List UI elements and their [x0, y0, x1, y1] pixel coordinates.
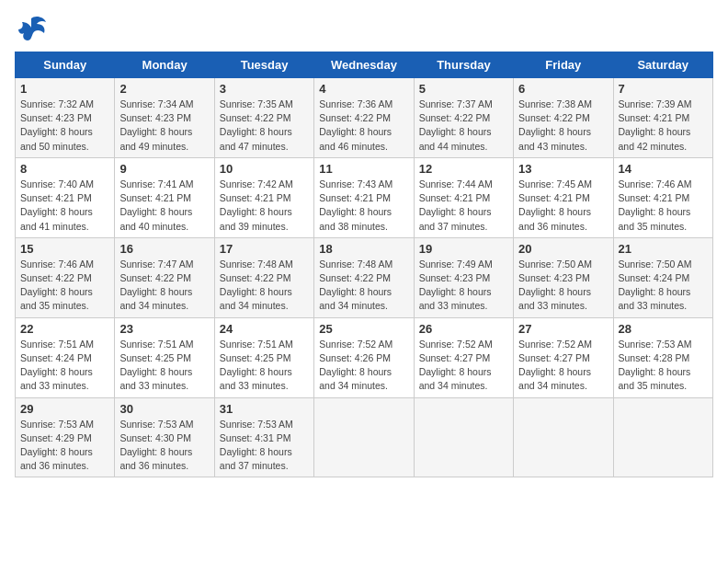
- day-info: Sunrise: 7:51 AM Sunset: 4:24 PM Dayligh…: [20, 338, 109, 394]
- day-number: 21: [619, 242, 708, 256]
- weekday-header: Friday: [514, 52, 613, 78]
- header-row: SundayMondayTuesdayWednesdayThursdayFrid…: [16, 52, 713, 78]
- weekday-header: Thursday: [414, 52, 513, 78]
- day-info: Sunrise: 7:51 AM Sunset: 4:25 PM Dayligh…: [119, 338, 209, 394]
- day-info: Sunrise: 7:51 AM Sunset: 4:25 PM Dayligh…: [220, 338, 309, 394]
- calendar-day-cell: 1Sunrise: 7:32 AM Sunset: 4:23 PM Daylig…: [16, 78, 115, 158]
- day-info: Sunrise: 7:36 AM Sunset: 4:22 PM Dayligh…: [319, 98, 408, 154]
- calendar-day-cell: 31Sunrise: 7:53 AM Sunset: 4:31 PM Dayli…: [214, 397, 313, 477]
- calendar-day-cell: 16Sunrise: 7:47 AM Sunset: 4:22 PM Dayli…: [115, 237, 214, 317]
- day-info: Sunrise: 7:32 AM Sunset: 4:23 PM Dayligh…: [20, 98, 109, 154]
- day-number: 8: [20, 162, 109, 176]
- calendar-week-row: 22Sunrise: 7:51 AM Sunset: 4:24 PM Dayli…: [16, 317, 713, 397]
- day-number: 3: [220, 82, 309, 96]
- day-info: Sunrise: 7:38 AM Sunset: 4:22 PM Dayligh…: [518, 98, 608, 154]
- logo: [15, 15, 51, 42]
- calendar-week-row: 1Sunrise: 7:32 AM Sunset: 4:23 PM Daylig…: [16, 78, 713, 158]
- day-number: 24: [220, 322, 309, 336]
- calendar-week-row: 15Sunrise: 7:46 AM Sunset: 4:22 PM Dayli…: [16, 237, 713, 317]
- calendar-day-cell: 13Sunrise: 7:45 AM Sunset: 4:21 PM Dayli…: [514, 157, 613, 237]
- day-info: Sunrise: 7:43 AM Sunset: 4:21 PM Dayligh…: [319, 178, 408, 234]
- calendar-day-cell: 30Sunrise: 7:53 AM Sunset: 4:30 PM Dayli…: [115, 397, 214, 477]
- day-info: Sunrise: 7:46 AM Sunset: 4:21 PM Dayligh…: [619, 178, 708, 234]
- day-info: Sunrise: 7:39 AM Sunset: 4:21 PM Dayligh…: [619, 98, 708, 154]
- calendar-table: SundayMondayTuesdayWednesdayThursdayFrid…: [15, 52, 713, 477]
- day-number: 13: [518, 162, 608, 176]
- day-number: 14: [619, 162, 708, 176]
- day-number: 18: [319, 242, 408, 256]
- day-number: 30: [119, 402, 209, 416]
- day-info: Sunrise: 7:40 AM Sunset: 4:21 PM Dayligh…: [20, 178, 109, 234]
- calendar-day-cell: 5Sunrise: 7:37 AM Sunset: 4:22 PM Daylig…: [414, 78, 513, 158]
- day-info: Sunrise: 7:42 AM Sunset: 4:21 PM Dayligh…: [220, 178, 309, 234]
- day-number: 31: [220, 402, 309, 416]
- day-number: 27: [518, 322, 608, 336]
- calendar-day-cell: [514, 397, 613, 477]
- calendar-day-cell: 7Sunrise: 7:39 AM Sunset: 4:21 PM Daylig…: [613, 78, 712, 158]
- day-info: Sunrise: 7:53 AM Sunset: 4:29 PM Dayligh…: [20, 418, 109, 474]
- day-info: Sunrise: 7:52 AM Sunset: 4:26 PM Dayligh…: [319, 338, 408, 394]
- day-info: Sunrise: 7:52 AM Sunset: 4:27 PM Dayligh…: [419, 338, 508, 394]
- calendar-day-cell: 2Sunrise: 7:34 AM Sunset: 4:23 PM Daylig…: [115, 78, 214, 158]
- calendar-day-cell: 28Sunrise: 7:53 AM Sunset: 4:28 PM Dayli…: [613, 317, 712, 397]
- day-info: Sunrise: 7:52 AM Sunset: 4:27 PM Dayligh…: [518, 338, 608, 394]
- day-info: Sunrise: 7:53 AM Sunset: 4:31 PM Dayligh…: [220, 418, 309, 474]
- day-info: Sunrise: 7:47 AM Sunset: 4:22 PM Dayligh…: [119, 258, 209, 314]
- day-number: 23: [119, 322, 209, 336]
- weekday-header: Tuesday: [214, 52, 313, 78]
- calendar-day-cell: 11Sunrise: 7:43 AM Sunset: 4:21 PM Dayli…: [314, 157, 414, 237]
- calendar-week-row: 29Sunrise: 7:53 AM Sunset: 4:29 PM Dayli…: [16, 397, 713, 477]
- calendar-day-cell: [314, 397, 414, 477]
- calendar-day-cell: 10Sunrise: 7:42 AM Sunset: 4:21 PM Dayli…: [214, 157, 313, 237]
- calendar-day-cell: 24Sunrise: 7:51 AM Sunset: 4:25 PM Dayli…: [214, 317, 313, 397]
- day-info: Sunrise: 7:34 AM Sunset: 4:23 PM Dayligh…: [119, 98, 209, 154]
- day-number: 12: [419, 162, 508, 176]
- day-info: Sunrise: 7:53 AM Sunset: 4:28 PM Dayligh…: [619, 338, 708, 394]
- day-number: 20: [518, 242, 608, 256]
- day-number: 28: [619, 322, 708, 336]
- day-number: 29: [20, 402, 109, 416]
- day-info: Sunrise: 7:50 AM Sunset: 4:24 PM Dayligh…: [619, 258, 708, 314]
- day-info: Sunrise: 7:37 AM Sunset: 4:22 PM Dayligh…: [419, 98, 508, 154]
- day-info: Sunrise: 7:45 AM Sunset: 4:21 PM Dayligh…: [518, 178, 608, 234]
- day-info: Sunrise: 7:48 AM Sunset: 4:22 PM Dayligh…: [319, 258, 408, 314]
- calendar-week-row: 8Sunrise: 7:40 AM Sunset: 4:21 PM Daylig…: [16, 157, 713, 237]
- calendar-day-cell: 22Sunrise: 7:51 AM Sunset: 4:24 PM Dayli…: [16, 317, 115, 397]
- day-info: Sunrise: 7:49 AM Sunset: 4:23 PM Dayligh…: [419, 258, 508, 314]
- day-info: Sunrise: 7:41 AM Sunset: 4:21 PM Dayligh…: [119, 178, 209, 234]
- calendar-day-cell: 29Sunrise: 7:53 AM Sunset: 4:29 PM Dayli…: [16, 397, 115, 477]
- calendar-day-cell: 19Sunrise: 7:49 AM Sunset: 4:23 PM Dayli…: [414, 237, 513, 317]
- calendar-day-cell: 14Sunrise: 7:46 AM Sunset: 4:21 PM Dayli…: [613, 157, 712, 237]
- calendar-day-cell: 25Sunrise: 7:52 AM Sunset: 4:26 PM Dayli…: [314, 317, 414, 397]
- day-number: 16: [119, 242, 209, 256]
- day-number: 6: [518, 82, 608, 96]
- day-info: Sunrise: 7:35 AM Sunset: 4:22 PM Dayligh…: [220, 98, 309, 154]
- calendar-day-cell: 12Sunrise: 7:44 AM Sunset: 4:21 PM Dayli…: [414, 157, 513, 237]
- calendar-day-cell: 20Sunrise: 7:50 AM Sunset: 4:23 PM Dayli…: [514, 237, 613, 317]
- day-info: Sunrise: 7:50 AM Sunset: 4:23 PM Dayligh…: [518, 258, 608, 314]
- calendar-day-cell: 23Sunrise: 7:51 AM Sunset: 4:25 PM Dayli…: [115, 317, 214, 397]
- calendar-body: 1Sunrise: 7:32 AM Sunset: 4:23 PM Daylig…: [16, 78, 713, 477]
- day-number: 7: [619, 82, 708, 96]
- day-number: 25: [319, 322, 408, 336]
- day-number: 2: [119, 82, 209, 96]
- day-number: 4: [319, 82, 408, 96]
- calendar-day-cell: 9Sunrise: 7:41 AM Sunset: 4:21 PM Daylig…: [115, 157, 214, 237]
- page-header: [15, 15, 713, 42]
- calendar-day-cell: 15Sunrise: 7:46 AM Sunset: 4:22 PM Dayli…: [16, 237, 115, 317]
- calendar-day-cell: 17Sunrise: 7:48 AM Sunset: 4:22 PM Dayli…: [214, 237, 313, 317]
- day-number: 5: [419, 82, 508, 96]
- calendar-day-cell: 18Sunrise: 7:48 AM Sunset: 4:22 PM Dayli…: [314, 237, 414, 317]
- day-number: 15: [20, 242, 109, 256]
- weekday-header: Monday: [115, 52, 214, 78]
- day-number: 10: [220, 162, 309, 176]
- weekday-header: Wednesday: [314, 52, 414, 78]
- calendar-day-cell: 4Sunrise: 7:36 AM Sunset: 4:22 PM Daylig…: [314, 78, 414, 158]
- calendar-day-cell: 21Sunrise: 7:50 AM Sunset: 4:24 PM Dayli…: [613, 237, 712, 317]
- day-number: 22: [20, 322, 109, 336]
- day-number: 11: [319, 162, 408, 176]
- day-number: 26: [419, 322, 508, 336]
- calendar-day-cell: [613, 397, 712, 477]
- day-number: 9: [119, 162, 209, 176]
- calendar-header: SundayMondayTuesdayWednesdayThursdayFrid…: [16, 52, 713, 78]
